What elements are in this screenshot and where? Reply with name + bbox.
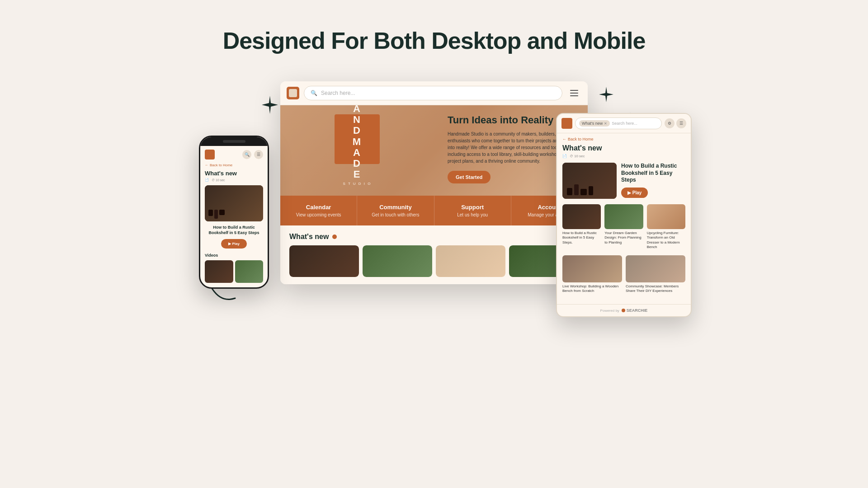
- phone-thumb-1: [205, 260, 233, 283]
- whats-new-images: [289, 245, 579, 277]
- phone-header: 🔍 ☰: [200, 146, 268, 163]
- page-title: Designed For Both Desktop and Mobile: [223, 27, 646, 54]
- tablet-grid: How to Build a Rustic Bookshelf in 5 Eas…: [562, 204, 685, 250]
- tablet-grid-thumb-1: [562, 204, 601, 229]
- search-placeholder-text: Search here...: [321, 90, 355, 96]
- tablet-meta: 📄 ⏱ 10 sec: [562, 154, 685, 158]
- phone-video-title: How to Build a Rustic Bookshelf in 5 Eas…: [205, 225, 263, 235]
- tablet-grid-label-3: Upcycling Furniture: Transform an Old Dr…: [647, 231, 685, 250]
- svg-point-0: [622, 309, 625, 312]
- phone-icons: 🔍 ☰: [242, 150, 263, 159]
- tablet-grid-thumb-3: [647, 204, 685, 229]
- tablet-grid-label-2: Your Dream Garden Design: From Planning …: [604, 231, 643, 245]
- hero-content: Turn Ideas into Reality Handmade Studio …: [448, 114, 574, 183]
- phone-logo: [205, 150, 215, 160]
- nav-card-support-title: Support: [439, 204, 506, 211]
- tablet-menu-icon[interactable]: ☰: [676, 118, 686, 128]
- tablet-grid2-label-1: Live Workshop: Building a Wooden Bench f…: [562, 284, 622, 294]
- tablet-play-button[interactable]: ▶ Play: [621, 188, 648, 198]
- tablet-grid-item-1: How to Build a Rustic Bookshelf in 5 Eas…: [562, 204, 601, 250]
- phone-notch-pill: [223, 140, 245, 143]
- phone-menu-icon[interactable]: ☰: [254, 150, 263, 159]
- tablet-back-link[interactable]: ← Back to Home: [562, 137, 685, 141]
- nav-card-calendar-title: Calendar: [285, 204, 352, 211]
- tablet-search-input[interactable]: What's new ✕ Search here...: [575, 117, 662, 129]
- tablet-content: ← Back to Home What's new 📄 ⏱ 10 sec: [557, 133, 691, 304]
- phone-content: ← Back to Home What's new 📄 ⏱ 10 sec How…: [200, 163, 268, 249]
- phone-videos-label: Videos: [200, 253, 268, 258]
- tablet-grid2-thumb-2: [626, 255, 685, 282]
- hero-description: Handmade Studio is a community of makers…: [448, 131, 574, 164]
- new-dot: [332, 235, 337, 239]
- tablet-search-placeholder: Search here...: [612, 121, 637, 126]
- tablet-main-video-thumb: [562, 163, 617, 199]
- nav-card-calendar-sub: View upcoming events: [285, 212, 352, 217]
- tablet-search-tag: What's new ✕: [579, 120, 610, 127]
- tablet-grid2-item-1: Live Workshop: Building a Wooden Bench f…: [562, 255, 622, 294]
- hero-title: Turn Ideas into Reality: [448, 114, 574, 126]
- phone-search-icon[interactable]: 🔍: [242, 150, 251, 159]
- whats-new-image-1: [289, 245, 359, 277]
- tablet-main-video: How to Build a Rustic Bookshelf in 5 Eas…: [562, 163, 685, 199]
- tablet-footer-powered: Powered by SEARCHIE: [600, 308, 648, 313]
- phone-video-thumbnail: [205, 185, 263, 221]
- hero-logo-text: HANDMADE: [343, 105, 371, 180]
- tablet-video-info: How to Build a Rustic Bookshelf in 5 Eas…: [621, 163, 685, 198]
- get-started-button[interactable]: Get Started: [448, 171, 491, 183]
- tablet-tag-remove[interactable]: ✕: [604, 122, 607, 126]
- tablet-section-title: What's new: [562, 144, 685, 152]
- tablet-grid2-item-2: Community Showcase: Members Share Their …: [626, 255, 685, 294]
- phone-meta-time: ⏱ 10 sec: [212, 178, 225, 182]
- tablet-video-title: How to Build a Rustic Bookshelf in 5 Eas…: [621, 163, 685, 184]
- tablet-grid-label-1: How to Build a Rustic Bookshelf in 5 Eas…: [562, 231, 601, 245]
- tablet-settings-icon[interactable]: ⚙: [665, 118, 675, 128]
- tablet-meta-type: 📄: [562, 154, 567, 158]
- nav-card-support[interactable]: Support Let us help you: [434, 196, 511, 225]
- whats-new-title: What's new: [289, 233, 579, 241]
- tablet-footer-brand: SEARCHIE: [621, 308, 648, 313]
- deco-star-1: [260, 95, 280, 115]
- tablet-meta-time: ⏱ 10 sec: [570, 154, 585, 158]
- browser-menu-button[interactable]: [567, 86, 581, 100]
- tablet-grid-item-2: Your Dream Garden Design: From Planning …: [604, 204, 643, 250]
- tablet-logo: [561, 118, 572, 129]
- hamburger-icon: [570, 90, 578, 96]
- nav-card-community[interactable]: Community Get in touch with others: [357, 196, 434, 225]
- browser-nav-cards: Calendar View upcoming events Community …: [280, 196, 588, 225]
- tablet-grid-thumb-2: [604, 204, 643, 229]
- phone-meta-type: 📄: [205, 178, 209, 182]
- phone-back-link[interactable]: ← Back to Home: [205, 163, 263, 167]
- tablet-icons: ⚙ ☰: [665, 118, 686, 128]
- browser-hero: SINCE 2018 HANDMADE S T U D I O Turn Ide…: [280, 105, 588, 196]
- phone-mock: 🔍 ☰ ← Back to Home What's new 📄 ⏱ 10 sec: [199, 136, 269, 289]
- browser-logo-inner: [289, 89, 297, 97]
- browser-search-bar[interactable]: 🔍 Search here...: [304, 86, 562, 100]
- phone-bottom-thumbs: [200, 260, 268, 287]
- nav-card-community-sub: Get in touch with others: [362, 212, 429, 217]
- tablet-grid-2: Live Workshop: Building a Wooden Bench f…: [562, 255, 685, 294]
- phone-section-title: What's new: [205, 170, 263, 177]
- deco-star-2: [598, 86, 615, 103]
- browser-whats-new: What's new: [280, 225, 588, 284]
- hero-logo: SINCE 2018 HANDMADE S T U D I O: [335, 114, 380, 164]
- phone-meta: 📄 ⏱ 10 sec: [205, 178, 263, 182]
- browser-bar: 🔍 Search here...: [280, 81, 588, 105]
- nav-card-support-sub: Let us help you: [439, 212, 506, 217]
- tablet-search-bar: What's new ✕ Search here... ⚙ ☰: [557, 114, 691, 133]
- desktop-browser: 🔍 Search here... SINCE 2018 HANDMADE S T…: [280, 81, 588, 284]
- browser-logo: [287, 87, 299, 99]
- phone-notch: [200, 137, 268, 146]
- tablet-grid2-thumb-1: [562, 255, 622, 282]
- phone-play-button[interactable]: ▶ Play: [221, 239, 247, 249]
- devices-container: 🔍 Search here... SINCE 2018 HANDMADE S T…: [163, 81, 705, 443]
- nav-card-calendar[interactable]: Calendar View upcoming events: [280, 196, 357, 225]
- whats-new-image-2: [363, 245, 432, 277]
- search-icon: 🔍: [311, 90, 317, 96]
- tablet-grid2-label-2: Community Showcase: Members Share Their …: [626, 284, 685, 294]
- tablet-grid-item-3: Upcycling Furniture: Transform an Old Dr…: [647, 204, 685, 250]
- phone-thumb-2: [235, 260, 264, 283]
- whats-new-image-3: [436, 245, 505, 277]
- nav-card-community-title: Community: [362, 204, 429, 211]
- tablet-mock: What's new ✕ Search here... ⚙ ☰ ← Back t…: [556, 113, 692, 317]
- tablet-footer: Powered by SEARCHIE: [557, 304, 691, 316]
